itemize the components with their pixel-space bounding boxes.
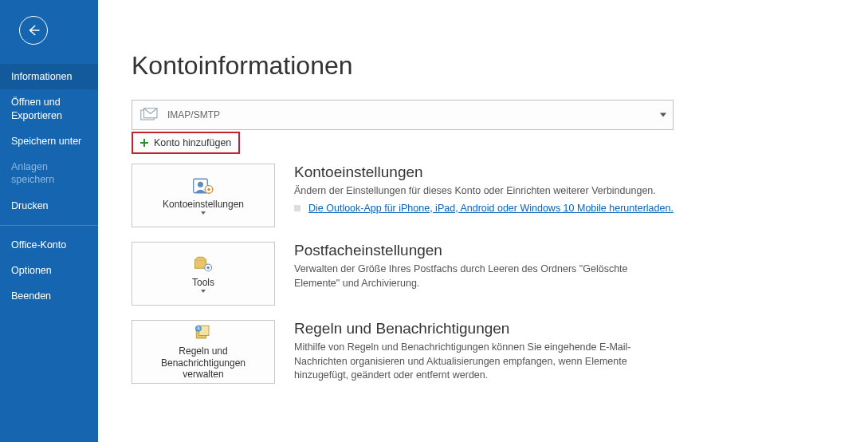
chevron-down-icon [660,113,666,117]
svg-point-12 [206,266,210,269]
chevron-down-icon [201,211,206,215]
bullet-icon [294,205,300,211]
nav-separator [0,225,98,226]
add-account-button[interactable]: Konto hinzufügen [132,132,240,154]
page-title: Kontoinformationen [132,51,868,81]
outlook-app-link[interactable]: Die Outlook-App für iPhone, iPad, Androi… [308,202,674,216]
nav-drucken[interactable]: Drucken [0,193,98,219]
svg-point-3 [198,182,203,187]
section-title-kontoeinstellungen: Kontoeinstellungen [294,164,674,181]
svg-point-5 [207,187,210,191]
tile-tools[interactable]: Tools [132,242,275,306]
account-type: IMAP/SMTP [167,109,220,120]
account-icon [132,107,167,123]
tile-label: Kontoeinstellungen [163,199,244,210]
section-desc: Verwalten der Größe Ihres Postfachs durc… [294,262,674,290]
tile-label: Tools [192,277,214,288]
section-title-postfacheinstellungen: Postfacheinstellungen [294,242,674,259]
account-dropdown[interactable]: IMAP/SMTP [132,100,674,130]
nav-optionen[interactable]: Optionen [0,258,98,283]
tile-label: Regeln und Benachrichtigungen verwalten [139,345,267,380]
user-settings-icon [192,176,214,195]
nav-office-konto[interactable]: Office-Konto [0,232,98,258]
back-arrow-icon [26,23,41,37]
section-desc: Mithilfe von Regeln und Benachrichtigung… [294,341,674,383]
tile-kontoeinstellungen[interactable]: Kontoeinstellungen [132,164,275,227]
tile-regeln-benachrichtigungen[interactable]: Regeln und Benachrichtigungen verwalten [132,320,275,384]
nav-anlagen-speichern: Anlagen speichern [0,154,98,193]
nav-informationen[interactable]: Informationen [0,64,98,89]
main-pane: Kontoinformationen IMAP/SMTP Konto hinzu… [98,0,868,442]
back-button[interactable] [19,16,48,45]
add-account-label: Konto hinzufügen [154,137,231,148]
backstage-sidebar: Informationen Öffnen und Exportieren Spe… [0,0,98,442]
section-title-regeln: Regeln und Benachrichtigungen [294,320,674,337]
tools-icon [192,255,214,274]
section-desc: Ändern der Einstellungen für dieses Kont… [294,184,674,199]
plus-icon [139,138,149,148]
rules-icon [192,323,214,342]
chevron-down-icon [201,290,206,293]
nav-oeffnen-exportieren[interactable]: Öffnen und Exportieren [0,89,98,128]
nav-beenden[interactable]: Beenden [0,283,98,309]
nav-speichern-unter[interactable]: Speichern unter [0,128,98,154]
